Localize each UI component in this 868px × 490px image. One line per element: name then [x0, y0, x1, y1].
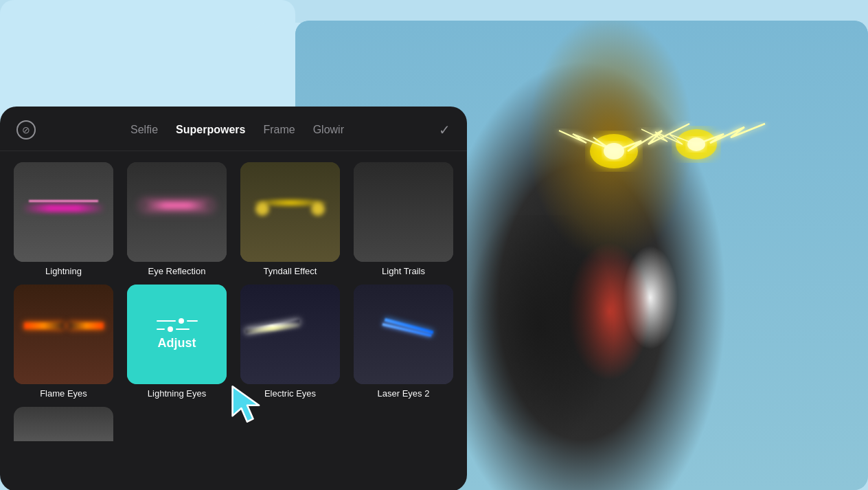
effects-panel: ⊘ Selfie Superpowers Frame Glowir ✓ Ligh…	[0, 107, 467, 490]
adj-track-1	[157, 320, 176, 322]
nav-items: Selfie Superpowers Frame Glowir	[36, 121, 439, 139]
svg-point-3	[687, 137, 705, 151]
nav-superpowers[interactable]: Superpowers	[169, 121, 252, 139]
effect-light-trails-label: Light Trails	[382, 266, 425, 276]
adj-track-2b	[176, 328, 190, 330]
thumb-person	[14, 162, 113, 262]
effect-eye-reflection-label: Eye Reflection	[148, 266, 206, 276]
effect-eye-reflection-thumb	[127, 162, 227, 262]
effect-tyndall[interactable]: Tyndall Effect	[238, 162, 343, 276]
effect-electric-eyes[interactable]: Electric Eyes	[238, 285, 343, 399]
effect-light-trails-thumb	[354, 162, 453, 262]
effect-flame-eyes[interactable]: Flame Eyes	[11, 285, 116, 399]
effect-partial-thumb	[14, 407, 113, 441]
effect-partial-row[interactable]	[11, 407, 116, 441]
thumb-person-3	[240, 162, 340, 262]
effect-lightning[interactable]: Lightning	[11, 162, 116, 276]
cursor-pointer	[227, 383, 268, 425]
effect-eye-reflection[interactable]: Eye Reflection	[124, 162, 229, 276]
thumb-person-4	[354, 162, 453, 262]
adjust-line-1	[157, 318, 198, 324]
jacket-overlay	[431, 215, 705, 490]
adj-track-2	[157, 328, 165, 330]
effect-electric-eyes-thumb	[240, 285, 340, 384]
svg-point-2	[604, 143, 624, 159]
effect-lightning-eyes-thumb: Adjust	[127, 285, 227, 384]
effect-tyndall-label: Tyndall Effect	[264, 266, 317, 276]
nav-bar: ⊘ Selfie Superpowers Frame Glowir ✓	[0, 107, 467, 151]
effect-laser-eyes-2-label: Laser Eyes 2	[378, 388, 430, 399]
nav-frame[interactable]: Frame	[256, 121, 301, 139]
effect-light-trails[interactable]: Light Trails	[351, 162, 456, 276]
adjust-label: Adjust	[158, 336, 196, 350]
cancel-button[interactable]: ⊘	[16, 120, 36, 140]
thumb-person-2	[127, 162, 227, 262]
effect-lightning-eyes[interactable]: Adjust Lightning Eyes	[124, 285, 229, 399]
lightning-effect	[552, 89, 813, 213]
effect-lightning-eyes-label: Lightning Eyes	[148, 388, 206, 399]
cancel-icon: ⊘	[22, 124, 30, 135]
nav-glowin[interactable]: Glowir	[306, 121, 351, 139]
adjust-overlay: Adjust	[127, 285, 227, 384]
thumb-person-5	[14, 285, 113, 384]
thumb-person-7	[240, 285, 340, 384]
effect-lightning-thumb	[14, 162, 113, 262]
effect-laser-eyes-2[interactable]: Laser Eyes 2	[351, 285, 456, 399]
adj-knob-1	[179, 318, 184, 324]
adj-track-1b	[187, 320, 198, 322]
effect-laser-eyes-2-thumb	[354, 285, 453, 384]
confirm-button[interactable]: ✓	[439, 122, 450, 138]
thumb-person-8	[354, 285, 453, 384]
effect-lightning-label: Lightning	[45, 266, 82, 276]
effect-tyndall-thumb	[240, 162, 340, 262]
adjust-line-2	[157, 326, 190, 332]
adjust-icon	[157, 318, 198, 332]
effect-flame-eyes-label: Flame Eyes	[40, 388, 87, 399]
nav-selfie[interactable]: Selfie	[124, 121, 165, 139]
adj-knob-2	[168, 326, 173, 332]
effect-flame-eyes-thumb	[14, 285, 113, 384]
effect-electric-eyes-label: Electric Eyes	[264, 388, 316, 399]
svg-marker-4	[233, 386, 260, 421]
